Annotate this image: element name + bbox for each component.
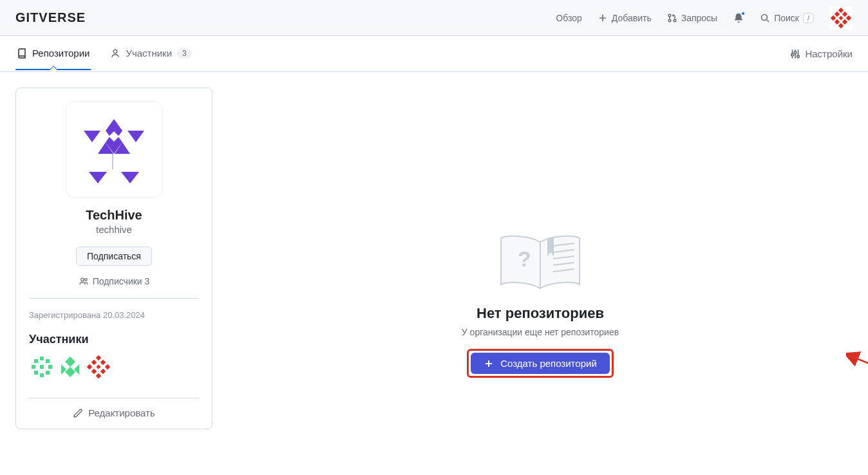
create-repository-button[interactable]: Создать репозиторий [471, 353, 610, 374]
tab-members[interactable]: Участники 3 [109, 37, 193, 70]
svg-point-0 [668, 14, 671, 17]
annotation-arrow-icon [846, 351, 868, 429]
svg-point-16 [791, 53, 794, 56]
notification-dot-icon [741, 11, 746, 16]
svg-marker-41 [65, 357, 75, 367]
search-icon [760, 13, 770, 23]
page-header: GITVERSE Обзор Добавить Запросы Поиск / [0, 0, 868, 36]
empty-state: ? Нет репозиториев У организации еще нет… [462, 229, 619, 378]
empty-title: Нет репозиториев [476, 305, 604, 322]
nav-search[interactable]: Поиск / [760, 13, 814, 23]
svg-point-31 [84, 279, 87, 281]
org-handle: techhive [96, 224, 132, 235]
nav-search-label: Поиск [774, 13, 799, 23]
content: TechHive techhive Подписаться Подписчики… [0, 72, 868, 445]
org-card: TechHive techhive Подписаться Подписчики… [15, 88, 212, 429]
svg-point-17 [795, 51, 797, 53]
nav-add[interactable]: Добавить [598, 13, 652, 23]
sliders-icon [789, 48, 801, 60]
nav-notifications[interactable] [733, 12, 744, 24]
svg-rect-45 [96, 355, 101, 360]
tab-members-label: Участники [126, 48, 172, 59]
tab-settings[interactable]: Настройки [789, 48, 853, 60]
tab-settings-label: Настройки [805, 48, 853, 59]
svg-rect-38 [34, 371, 38, 375]
tab-repositories-label: Репозитории [32, 48, 90, 59]
edit-label: Редактировать [88, 407, 155, 418]
svg-rect-33 [46, 359, 50, 363]
svg-rect-47 [105, 364, 110, 369]
brand-logo[interactable]: GITVERSE [15, 10, 86, 25]
plus-icon [484, 359, 494, 369]
svg-rect-32 [34, 359, 38, 363]
svg-rect-40 [40, 373, 44, 377]
nav-overview[interactable]: Обзор [556, 13, 581, 23]
nav-requests[interactable]: Запросы [667, 13, 717, 23]
main-area: ? Нет репозиториев У организации еще нет… [228, 88, 853, 429]
svg-marker-28 [121, 172, 139, 183]
svg-marker-27 [89, 172, 107, 183]
create-button-highlight: Создать репозиторий [467, 349, 614, 378]
repo-icon [17, 48, 27, 59]
tab-repositories[interactable]: Репозитории [15, 37, 91, 70]
nav-requests-label: Запросы [681, 13, 717, 23]
svg-rect-34 [40, 357, 44, 360]
svg-point-1 [668, 19, 671, 22]
edit-link[interactable]: Редактировать [29, 398, 199, 418]
svg-rect-39 [46, 371, 50, 375]
svg-rect-48 [96, 373, 101, 378]
svg-marker-43 [74, 364, 79, 375]
user-avatar[interactable] [829, 6, 853, 30]
svg-rect-49 [91, 360, 97, 365]
members-row [29, 354, 199, 380]
svg-rect-52 [100, 369, 106, 374]
divider [29, 298, 199, 299]
tab-members-count: 3 [177, 48, 192, 59]
avatar-identicon-icon [29, 354, 55, 380]
svg-marker-19 [106, 119, 122, 131]
person-icon [110, 48, 120, 59]
create-button-label: Создать репозиторий [500, 358, 597, 369]
followers[interactable]: Подписчики 3 [79, 276, 150, 286]
empty-subtitle: У организации еще нет репозиториев [462, 327, 619, 337]
svg-point-3 [762, 14, 768, 20]
org-avatar [66, 101, 162, 198]
svg-line-61 [855, 358, 868, 422]
people-icon [79, 276, 89, 286]
svg-point-18 [797, 55, 800, 57]
nav-add-label: Добавить [612, 13, 652, 23]
member-avatar-1[interactable] [29, 354, 55, 380]
svg-rect-53 [96, 364, 100, 369]
svg-point-30 [80, 278, 84, 281]
svg-marker-44 [65, 367, 75, 377]
svg-rect-35 [32, 365, 35, 369]
members-title: Участники [29, 333, 199, 346]
nav-overview-label: Обзор [556, 13, 581, 23]
avatar-identicon-icon [829, 6, 853, 30]
pencil-icon [73, 408, 83, 418]
header-nav: Обзор Добавить Запросы Поиск / [556, 6, 853, 30]
tabs-left: Репозитории Участники 3 [15, 37, 193, 70]
org-identicon-icon [72, 107, 156, 191]
subscribe-button[interactable]: Подписаться [76, 247, 152, 266]
empty-book-icon: ? [492, 229, 589, 293]
avatar-identicon-icon [86, 354, 111, 380]
svg-rect-26 [112, 154, 113, 169]
svg-point-2 [674, 19, 676, 22]
svg-rect-37 [40, 365, 44, 369]
member-avatar-2[interactable] [57, 354, 83, 380]
svg-rect-50 [100, 360, 106, 365]
svg-marker-20 [84, 131, 100, 142]
svg-marker-21 [127, 131, 144, 142]
svg-text:?: ? [518, 247, 531, 271]
plus-icon [598, 13, 608, 23]
avatar-identicon-icon [57, 354, 83, 380]
svg-rect-46 [87, 364, 92, 369]
svg-marker-42 [61, 364, 66, 375]
search-shortcut: / [803, 13, 814, 23]
member-avatar-3[interactable] [86, 354, 111, 380]
org-name: TechHive [86, 208, 142, 223]
org-header: TechHive techhive Подписаться Подписчики… [29, 101, 199, 286]
registered-date: Зарегистрирована 20.03.2024 [29, 310, 199, 320]
svg-point-15 [114, 50, 118, 53]
